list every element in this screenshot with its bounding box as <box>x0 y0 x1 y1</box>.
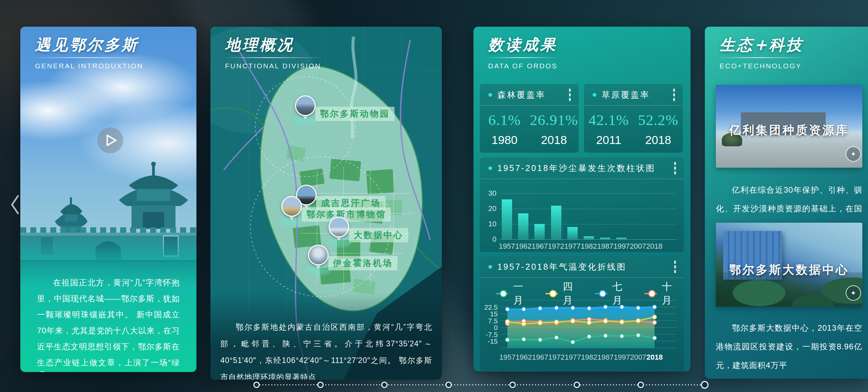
divider <box>584 105 683 106</box>
timeline-dot-3[interactable] <box>381 382 388 388</box>
compass-icon[interactable]: ✦ <box>846 285 861 301</box>
stat-value: 26.91% <box>529 111 579 129</box>
x-axis-label-2007: 2007 <box>630 353 646 361</box>
video-play-button[interactable] <box>97 127 123 153</box>
bullet-dot-icon <box>489 265 492 269</box>
data-point <box>653 320 657 324</box>
y-axis-label-30: 30 <box>481 189 496 198</box>
sandstorm-bar-chart-card: 1957-2018年沙尘暴发生次数柱状图 3020100195719621967… <box>480 157 684 252</box>
stat-value-column: 26.91%2018 <box>529 111 579 147</box>
data-point <box>538 338 542 342</box>
chart-title: 1957-2018年气温变化折线图 <box>497 261 673 272</box>
bullet-dot-icon <box>593 93 596 97</box>
timeline-dot-4[interactable] <box>445 382 452 388</box>
timeline-dot-5[interactable] <box>509 382 516 388</box>
card-menu-icon[interactable] <box>672 87 676 102</box>
legend-item-四月[interactable]: 四月 <box>546 280 582 307</box>
carousel-prev-arrow[interactable] <box>9 194 21 215</box>
stat-card-header: 草原覆盖率 <box>584 84 683 105</box>
data-point <box>522 307 526 311</box>
legend-label: 十月 <box>661 280 681 307</box>
panel-data-of-ordos: 数读成果 DATA OF ORDOS 森林覆盖率6.1%198026.91%20… <box>473 27 690 371</box>
stat-value-column: 6.1%1980 <box>480 111 529 147</box>
data-point <box>571 340 575 344</box>
data-point <box>538 321 542 325</box>
data-point <box>571 319 575 323</box>
legend-dot-icon <box>500 290 507 297</box>
gridline-y-20 <box>500 209 677 209</box>
timeline-dot-2[interactable] <box>317 382 323 388</box>
data-point <box>603 319 608 323</box>
audio-play-button[interactable] <box>36 371 49 372</box>
eco-photo-germplasm-bank[interactable]: 亿利集团种质资源库 ✦ <box>716 85 862 168</box>
legend-item-一月[interactable]: 一月 <box>496 280 532 307</box>
bullet-dot-icon <box>489 93 492 97</box>
stat-card-header: 森林覆盖率 <box>480 84 579 105</box>
map-pin-大数据中心[interactable] <box>329 217 349 237</box>
title-underline <box>225 57 321 58</box>
stat-year: 2018 <box>529 133 579 147</box>
compass-icon[interactable]: ✦ <box>846 146 861 162</box>
timeline-dot-7[interactable] <box>638 382 644 388</box>
bar-1997[interactable] <box>616 238 627 239</box>
stat-value: 52.2% <box>633 111 683 129</box>
panel-eco-technology: 生态+科技 ECO+TECHNOLOGY 亿利集团种质资源库 ✦ 亿利在综合近3… <box>705 27 868 379</box>
y-axis-label-0: 0 <box>481 235 496 244</box>
bar-1977[interactable] <box>567 227 578 239</box>
x-axis-label-1987: 1987 <box>597 353 614 361</box>
eco-photo-big-data-center[interactable]: 鄂尔多斯大数据中心 ✦ <box>716 223 862 307</box>
data-point <box>505 320 509 324</box>
bar-1987[interactable] <box>600 238 610 239</box>
temperature-area-fill <box>507 307 655 348</box>
map-pin-鄂尔多斯动物园[interactable] <box>295 95 316 116</box>
divider <box>480 277 684 278</box>
bar-chart-plot: 3020100195719621967197219771982198719972… <box>480 189 684 252</box>
card-menu-icon[interactable] <box>673 259 677 274</box>
title-underline <box>719 57 804 58</box>
stat-value: 42.1% <box>584 111 633 129</box>
bar-1982[interactable] <box>584 236 594 239</box>
panel-title: 地理概况 <box>225 35 321 55</box>
stat-card-title: 森林覆盖率 <box>497 89 568 100</box>
timeline-dot-1[interactable] <box>253 382 260 388</box>
timeline-dot-6[interactable] <box>574 382 580 388</box>
panel-subtitle: GENERAL INTRODUXTION <box>35 62 143 70</box>
bar-1967[interactable] <box>534 224 545 239</box>
carousel-timeline <box>253 380 713 390</box>
x-axis-label-1997: 1997 <box>614 353 630 361</box>
chart-legend: 一月四月七月十月 <box>496 280 681 307</box>
data-point <box>603 334 608 338</box>
data-point <box>653 315 657 319</box>
card-menu-icon[interactable] <box>673 161 677 176</box>
legend-dot-icon <box>599 290 606 297</box>
stat-values: 6.1%198026.91%2018 <box>480 111 579 147</box>
stat-value: 6.1% <box>480 111 529 129</box>
card-menu-icon[interactable] <box>568 87 572 102</box>
map-pin-鄂尔多斯市博物馆[interactable] <box>281 196 302 217</box>
bar-1957[interactable] <box>502 199 512 239</box>
bar-1962[interactable] <box>518 213 528 239</box>
legend-marker-icon <box>595 293 608 294</box>
legend-label: 七月 <box>612 280 631 307</box>
photo-caption: 鄂尔多斯大数据中心 <box>716 262 862 278</box>
x-axis-label-1967: 1967 <box>532 353 548 361</box>
legend-item-十月[interactable]: 十月 <box>644 280 681 307</box>
x-axis-label-2018: 2018 <box>644 242 664 251</box>
stat-values: 42.1%201152.2%2018 <box>584 111 683 147</box>
map-pin-伊金霍洛机场[interactable] <box>308 245 329 265</box>
legend-marker-icon <box>546 293 558 294</box>
legend-item-七月[interactable]: 七月 <box>595 280 631 307</box>
y-axis-label--15: -15 <box>488 337 498 345</box>
timeline-dot-8[interactable] <box>701 381 709 389</box>
panel-functional-division: 地理概况 FUNCTIONAL DIVISION 鄂尔多斯动物园成吉思汗广场鄂尔… <box>210 27 442 380</box>
bar-1972[interactable] <box>551 206 561 239</box>
x-axis-label-2018: 2018 <box>646 353 662 361</box>
x-axis-label-1972: 1972 <box>548 353 565 361</box>
stat-card-2: 草原覆盖率42.1%201152.2%2018 <box>584 84 683 153</box>
stat-year: 2018 <box>633 133 683 147</box>
stat-card-1: 森林覆盖率6.1%198026.91%2018 <box>480 84 579 153</box>
data-panel-header: 数读成果 DATA OF ORDOS <box>488 35 558 70</box>
stat-card-title: 草原覆盖率 <box>602 89 672 100</box>
chart-card-header: 1957-2018年气温变化折线图 <box>480 256 684 277</box>
data-point <box>554 336 558 340</box>
